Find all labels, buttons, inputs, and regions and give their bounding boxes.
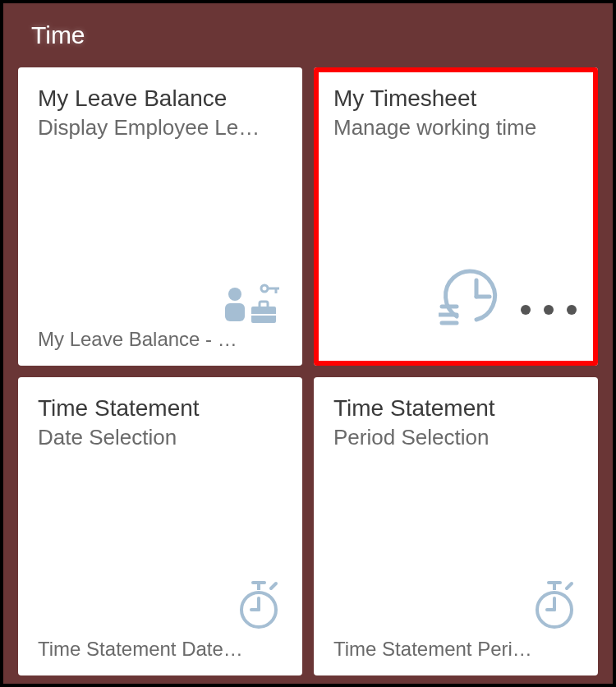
tile-footer: Time Statement Date…	[38, 638, 283, 661]
svg-rect-1	[225, 303, 245, 321]
tile-subtitle: Date Selection	[38, 425, 283, 450]
tile-subtitle: Manage working time	[333, 115, 578, 141]
tile-my-timesheet[interactable]: My Timesheet Manage working time	[314, 67, 598, 366]
tile-title: Time Statement	[38, 395, 283, 422]
tile-title: Time Statement	[333, 395, 578, 422]
tile-time-statement-period[interactable]: Time Statement Period Selection Time Sta…	[314, 377, 598, 675]
tile-title: My Leave Balance	[38, 85, 283, 112]
tile-my-leave-balance[interactable]: My Leave Balance Display Employee Le…	[18, 67, 302, 366]
svg-point-5	[261, 285, 268, 292]
tile-title: My Timesheet	[333, 85, 578, 112]
clock-list-icon	[439, 267, 504, 326]
tile-body	[333, 450, 578, 631]
tile-subtitle: Display Employee Le…	[38, 115, 283, 141]
tile-footer: Time Statement Peri…	[333, 638, 578, 661]
svg-line-15	[271, 583, 276, 588]
employee-briefcase-icon	[223, 284, 283, 325]
tile-grid: My Leave Balance Display Employee Le…	[18, 67, 598, 675]
svg-rect-3	[260, 302, 268, 308]
loading-dots-icon	[521, 305, 577, 315]
tile-subtitle: Period Selection	[333, 425, 578, 450]
tile-body	[333, 141, 578, 344]
svg-line-21	[567, 583, 572, 588]
tile-body	[38, 141, 283, 321]
tile-time-statement-date[interactable]: Time Statement Date Selection Time State…	[18, 377, 302, 675]
svg-point-0	[228, 288, 241, 301]
section-title: Time	[31, 21, 598, 49]
stopwatch-icon	[532, 580, 577, 629]
tile-footer: My Leave Balance - …	[38, 328, 283, 351]
stopwatch-icon	[237, 580, 281, 629]
time-section: Time My Leave Balance Display Employee L…	[3, 3, 613, 684]
tile-body	[38, 450, 283, 631]
